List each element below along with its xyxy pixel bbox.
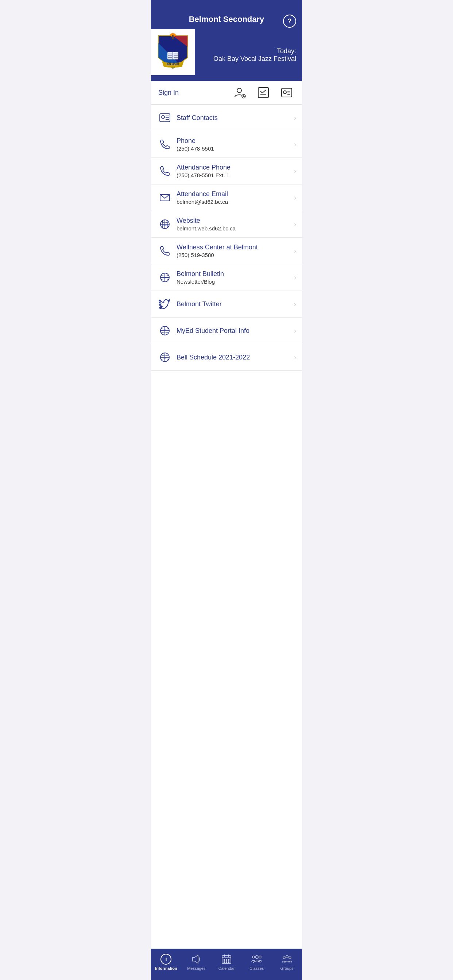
attendance-email-title: Attendance Email (177, 190, 291, 198)
svg-rect-1 (172, 35, 174, 40)
chevron-right-icon: › (291, 247, 296, 255)
svg-point-44 (259, 956, 261, 958)
banner: BELMONT Today: Oak Bay Vocal Jazz Festiv… (151, 29, 302, 81)
chevron-right-icon: › (291, 354, 296, 361)
calendar-icon (221, 954, 232, 965)
phone-content: Phone (250) 478-5501 (173, 137, 291, 152)
wellness-center-phone: (250) 519-3580 (177, 252, 291, 258)
svg-point-43 (252, 956, 255, 958)
attendance-phone-number: (250) 478-5501 Ext. 1 (177, 172, 291, 178)
chevron-right-icon: › (291, 141, 296, 148)
signin-button[interactable]: Sign In (158, 89, 179, 97)
staff-contacts-title: Staff Contacts (177, 114, 291, 122)
information-icon: i (161, 954, 171, 965)
svg-point-45 (286, 956, 288, 958)
svg-point-18 (283, 91, 286, 94)
svg-point-36 (223, 959, 225, 961)
school-logo: BELMONT (151, 29, 195, 75)
event-name: Oak Bay Vocal Jazz Festival (214, 55, 296, 63)
myed-portal-content: MyEd Student Portal Info (173, 327, 291, 335)
tab-bar: i Information Messages Calendar (151, 949, 302, 980)
tab-groups[interactable]: Groups (272, 951, 302, 973)
svg-point-40 (226, 962, 227, 963)
link-icon (157, 216, 173, 232)
attendance-email-address: belmont@sd62.bc.ca (177, 199, 291, 205)
header-title: Belmont Secondary (189, 14, 265, 24)
svg-point-11 (237, 88, 241, 92)
toolbar: Sign In (151, 81, 302, 105)
belmont-bulletin-title: Belmont Bulletin (177, 270, 291, 278)
belmont-bulletin-subtitle: Newsletter/Blog (177, 278, 291, 285)
messages-icon (191, 954, 202, 965)
chevron-right-icon: › (291, 114, 296, 122)
svg-point-47 (289, 957, 291, 959)
info-list: Staff Contacts › Phone (250) 478-5501 › … (151, 105, 302, 949)
attendance-phone-content: Attendance Phone (250) 478-5501 Ext. 1 (173, 164, 291, 178)
staff-contacts-item[interactable]: Staff Contacts › (151, 105, 302, 131)
bell-schedule-title: Bell Schedule 2021-2022 (177, 354, 291, 361)
twitter-icon (157, 296, 173, 312)
chevron-right-icon: › (291, 301, 296, 308)
svg-point-41 (228, 962, 229, 963)
user-settings-button[interactable] (232, 84, 248, 100)
svg-point-42 (255, 956, 258, 958)
tab-classes[interactable]: Classes (241, 951, 272, 973)
belmont-twitter-title: Belmont Twitter (177, 301, 291, 308)
belmont-twitter-item[interactable]: Belmont Twitter › (151, 291, 302, 318)
website-content: Website belmont.web.sd62.bc.ca (173, 217, 291, 232)
wellness-phone-icon (157, 243, 173, 259)
id-card-button[interactable] (279, 84, 295, 100)
myed-link-icon (157, 323, 173, 339)
myed-portal-title: MyEd Student Portal Info (177, 327, 291, 335)
attendance-phone-title: Attendance Phone (177, 164, 291, 171)
chevron-right-icon: › (291, 167, 296, 175)
website-item[interactable]: Website belmont.web.sd62.bc.ca › (151, 211, 302, 238)
today-label: Today: (277, 48, 296, 55)
help-button[interactable]: ? (283, 14, 296, 28)
banner-event: Today: Oak Bay Vocal Jazz Festival (195, 29, 302, 75)
tab-messages[interactable]: Messages (181, 951, 212, 973)
belmont-bulletin-content: Belmont Bulletin Newsletter/Blog (173, 270, 291, 285)
bulletin-link-icon (157, 269, 173, 285)
tab-information-label: Information (155, 966, 177, 970)
svg-point-23 (161, 116, 164, 118)
myed-portal-item[interactable]: MyEd Student Portal Info › (151, 318, 302, 344)
chevron-right-icon: › (291, 274, 296, 282)
tab-calendar-label: Calendar (219, 966, 235, 970)
id-card-icon (157, 110, 173, 126)
bell-schedule-link-icon (157, 349, 173, 365)
svg-text:BELMONT: BELMONT (167, 63, 179, 65)
wellness-center-item[interactable]: Wellness Center at Belmont (250) 519-358… (151, 238, 302, 264)
tab-calendar[interactable]: Calendar (212, 951, 242, 973)
wellness-center-content: Wellness Center at Belmont (250) 519-358… (173, 243, 291, 258)
attendance-phone-item[interactable]: Attendance Phone (250) 478-5501 Ext. 1 › (151, 158, 302, 185)
classes-icon (251, 954, 262, 965)
bell-schedule-item[interactable]: Bell Schedule 2021-2022 › (151, 344, 302, 371)
email-icon (157, 189, 173, 205)
phone-item[interactable]: Phone (250) 478-5501 › (151, 131, 302, 158)
tab-information[interactable]: i Information (151, 951, 181, 973)
tab-messages-label: Messages (187, 966, 205, 970)
svg-point-37 (226, 959, 227, 961)
tab-classes-label: Classes (249, 966, 264, 970)
attendance-email-item[interactable]: Attendance Email belmont@sd62.bc.ca › (151, 185, 302, 211)
attendance-email-content: Attendance Email belmont@sd62.bc.ca (173, 190, 291, 205)
chevron-right-icon: › (291, 194, 296, 202)
svg-point-39 (223, 962, 225, 963)
website-url: belmont.web.sd62.bc.ca (177, 225, 291, 232)
svg-point-38 (228, 959, 229, 961)
website-title: Website (177, 217, 291, 224)
tab-groups-label: Groups (281, 966, 293, 970)
header: Belmont Secondary ? (151, 0, 302, 29)
phone-title: Phone (177, 137, 291, 145)
groups-icon (282, 954, 292, 965)
phone-number: (250) 478-5501 (177, 145, 291, 152)
bell-schedule-content: Bell Schedule 2021-2022 (173, 354, 291, 361)
chevron-right-icon: › (291, 327, 296, 335)
checklist-button[interactable] (255, 84, 271, 100)
chevron-right-icon: › (291, 221, 296, 228)
phone-icon (157, 136, 173, 153)
attendance-phone-icon (157, 163, 173, 179)
belmont-bulletin-item[interactable]: Belmont Bulletin Newsletter/Blog › (151, 264, 302, 291)
belmont-twitter-content: Belmont Twitter (173, 301, 291, 308)
